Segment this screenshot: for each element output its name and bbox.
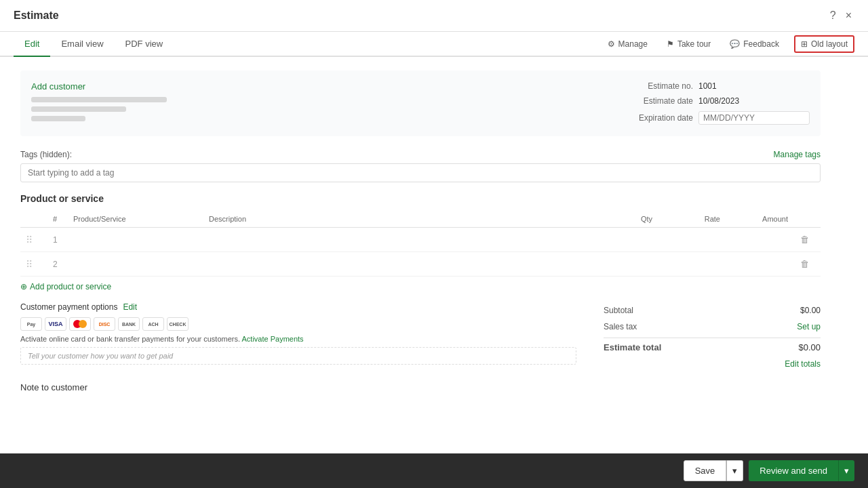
estimate-expiry-label: Expiration date [625, 113, 693, 123]
payment-header: Customer payment options Edit [20, 302, 576, 312]
review-send-button[interactable]: Review and send [749, 460, 838, 481]
estimate-expiry-input[interactable] [698, 111, 810, 125]
sales-tax-row: Sales tax Set up [604, 319, 821, 335]
payment-title: Customer payment options [20, 302, 117, 312]
add-product-link[interactable]: ⊕ Add product or service [20, 282, 821, 291]
estimate-expiry-row: Expiration date [625, 111, 810, 125]
tab-edit[interactable]: Edit [14, 32, 50, 57]
old-layout-button[interactable]: ⊞ Old layout [794, 35, 854, 53]
gear-icon: ⚙ [608, 39, 615, 49]
tabs-left: Edit Email view PDF view [14, 32, 174, 56]
setup-link[interactable]: Set up [797, 322, 821, 331]
total-value: $0.00 [798, 342, 821, 352]
table-row: ⠿ 2 🗑 [20, 252, 821, 277]
drag-cell-1: ⠿ [20, 228, 47, 252]
payment-edit-link[interactable]: Edit [123, 302, 137, 312]
add-customer-link[interactable]: Add customer [31, 81, 85, 92]
product-cell-2[interactable] [68, 252, 203, 277]
tabs-bar: Edit Email view PDF view ⚙ Manage ⚑ Take… [0, 32, 868, 57]
tags-section: Tags (hidden): Manage tags [20, 150, 821, 182]
tags-label: Tags (hidden): [20, 150, 72, 159]
col-num: # [47, 211, 68, 228]
customer-left: Add customer [31, 81, 167, 125]
col-qty: Qty [604, 211, 658, 228]
placeholder-line-1 [31, 97, 167, 102]
table-header-row: # Product/Service Description Qty Rate A… [20, 211, 821, 228]
row-num-2: 2 [47, 252, 68, 277]
plus-icon: ⊕ [20, 282, 27, 291]
drag-cell-2: ⠿ [20, 252, 47, 277]
estimate-date-value[interactable]: 10/08/2023 [698, 96, 739, 106]
review-send-dropdown-button[interactable]: ▾ [838, 460, 854, 481]
note-section: Note to customer [20, 382, 821, 392]
tab-email-view[interactable]: Email view [50, 32, 114, 57]
col-drag [20, 211, 47, 228]
feedback-button[interactable]: 💬 Feedback [726, 37, 783, 52]
note-title: Note to customer [20, 382, 821, 392]
mastercard-icon [69, 317, 91, 331]
manage-tags-link[interactable]: Manage tags [774, 150, 821, 159]
payment-icons: Pay VISA DISC BANK ACH CHECK [20, 317, 576, 331]
delete-row-1-button[interactable]: 🗑 [799, 233, 810, 246]
estimate-number-value: 1001 [698, 81, 717, 91]
product-cell-1[interactable] [68, 228, 203, 252]
rate-cell-2[interactable] [658, 252, 726, 277]
tabs-right: ⚙ Manage ⚑ Take tour 💬 Feedback ⊞ Old la… [604, 35, 854, 53]
tags-header: Tags (hidden): Manage tags [20, 150, 821, 159]
tags-input[interactable] [20, 163, 821, 182]
total-row: Estimate total $0.00 [604, 338, 821, 356]
estimate-date-row: Estimate date 10/08/2023 [625, 96, 810, 106]
col-action [793, 211, 821, 228]
bottom-section: Customer payment options Edit Pay VISA D… [20, 302, 821, 369]
customer-placeholder [31, 97, 167, 121]
save-button-group: Save ▾ [684, 460, 744, 481]
col-amount: Amount [726, 211, 793, 228]
product-section: Product or service # Product/Service Des… [20, 193, 821, 291]
page-title: Estimate [14, 9, 59, 22]
row-num-1: 1 [47, 228, 68, 252]
amount-cell-1 [726, 228, 793, 252]
placeholder-line-2 [31, 106, 126, 112]
take-tour-button[interactable]: ⚑ Take tour [663, 37, 715, 52]
sales-tax-label: Sales tax [604, 322, 637, 331]
payment-tell[interactable]: Tell your customer how you want to get p… [20, 347, 576, 365]
drag-handle-1[interactable]: ⠿ [26, 235, 33, 245]
bottom-bar: Save ▾ Review and send ▾ [0, 453, 868, 488]
edit-totals-link[interactable]: Edit totals [785, 359, 821, 369]
table-row: ⠿ 1 🗑 [20, 228, 821, 252]
estimate-number-row: Estimate no. 1001 [625, 81, 810, 91]
customer-section: Add customer Estimate no. 1001 Estimate … [20, 70, 821, 136]
qty-cell-1[interactable] [604, 228, 658, 252]
save-dropdown-button[interactable]: ▾ [726, 460, 743, 481]
discover-icon: DISC [94, 317, 115, 331]
payment-section: Customer payment options Edit Pay VISA D… [20, 302, 576, 369]
layout-icon: ⊞ [801, 39, 808, 49]
flag-icon: ⚑ [667, 39, 674, 49]
subtotal-row: Subtotal $0.00 [604, 302, 821, 319]
ach-icon: ACH [142, 317, 164, 331]
activate-payments-link[interactable]: Activate Payments [242, 335, 304, 343]
placeholder-line-3 [31, 116, 85, 121]
delete-row-2-button[interactable]: 🗑 [799, 258, 810, 270]
summary-section: Subtotal $0.00 Sales tax Set up Estimate… [604, 302, 821, 369]
drag-handle-2[interactable]: ⠿ [26, 259, 33, 270]
estimate-fields: Estimate no. 1001 Estimate date 10/08/20… [625, 81, 810, 125]
chat-icon: 💬 [730, 39, 740, 49]
header-actions: ? × [827, 7, 854, 24]
description-cell-2[interactable] [203, 252, 604, 277]
manage-button[interactable]: ⚙ Manage [604, 37, 652, 52]
estimate-number-label: Estimate no. [625, 81, 693, 91]
qty-cell-2[interactable] [604, 252, 658, 277]
help-button[interactable]: ? [827, 7, 839, 24]
amount-cell-2 [726, 252, 793, 277]
description-cell-1[interactable] [203, 228, 604, 252]
tab-pdf-view[interactable]: PDF view [115, 32, 174, 57]
save-button[interactable]: Save [684, 460, 727, 481]
col-rate: Rate [658, 211, 726, 228]
subtotal-label: Subtotal [604, 306, 633, 315]
total-label: Estimate total [604, 342, 661, 352]
rate-cell-1[interactable] [658, 228, 726, 252]
product-section-title: Product or service [20, 193, 821, 204]
close-button[interactable]: × [843, 7, 854, 24]
payment-activate-text: Activate online card or bank transfer pa… [20, 335, 576, 343]
